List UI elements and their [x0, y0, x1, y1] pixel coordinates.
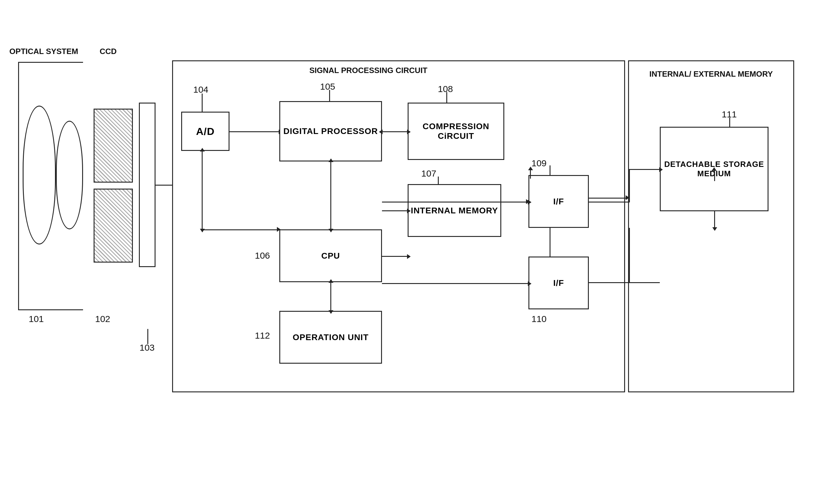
- arrow-storage-down: [714, 211, 715, 228]
- ref-102: 102: [95, 314, 110, 324]
- internal-memory-box: INTERNAL MEMORY: [408, 184, 501, 237]
- arrow-cpu-to-im: [382, 256, 408, 257]
- arrow-ad-to-dp: [229, 131, 279, 132]
- arrow-storage-connect-v: [714, 170, 715, 181]
- internal-external-memory-label: INTERNAL/ EXTERNAL MEMORY: [640, 69, 782, 79]
- arrowhead-up-to-storage: [712, 167, 717, 171]
- lens-left-inner: [56, 121, 83, 229]
- arrow-dp-compression: [382, 131, 408, 132]
- ref-104: 104: [193, 85, 208, 95]
- ref-101: 101: [29, 314, 44, 324]
- arrow-to-storage: [629, 169, 660, 170]
- line-if-bottom-right: [589, 282, 660, 283]
- arrow-dp-to-im: [382, 210, 408, 211]
- ref-105: 105: [320, 82, 335, 92]
- ref-110: 110: [532, 314, 547, 324]
- arrow-cpu-to-if-bottom: [382, 283, 528, 284]
- arrow-dp-cpu-v: [331, 161, 331, 229]
- arrow-ad-cpu-h: [202, 229, 279, 230]
- line-right-ext-v: [629, 228, 630, 282]
- signal-processing-label: SIGNAL PROCESSING CIRCUIT: [232, 66, 504, 75]
- cpu-box: CPU: [279, 229, 382, 282]
- line-iftop-right: [589, 198, 630, 199]
- ref-107: 107: [421, 169, 436, 179]
- digital-processor-box: DIGITAL PROCESSOR: [279, 101, 382, 161]
- if-bottom-box: I/F: [528, 257, 589, 309]
- ref-112: 112: [255, 330, 270, 341]
- ref-103: 103: [140, 343, 154, 353]
- ad-box: A/D: [181, 112, 229, 151]
- ref-106: 106: [255, 250, 270, 261]
- ccd-sensor: [139, 102, 155, 267]
- arrowhead-to-cpu: [277, 227, 281, 232]
- arrow-im-to-iftop: [501, 202, 528, 203]
- ccd-box-bottom: [94, 189, 133, 263]
- ref-109: 109: [532, 158, 547, 169]
- arrow-iftop-to-storage-h: [589, 202, 630, 203]
- ccd-box-top: [94, 109, 133, 183]
- lens-left-outer: [23, 106, 56, 244]
- ref-108: 108: [438, 84, 453, 94]
- ccd-label: CCD: [99, 47, 117, 56]
- line-if-top-to-bottom-v: [550, 228, 550, 257]
- arrow-iftop-up: [530, 170, 531, 179]
- internal-external-memory-box: [628, 60, 794, 392]
- if-top-box: I/F: [528, 175, 589, 228]
- arrow-ad-cpu-v: [202, 151, 203, 229]
- arrow-cpu-op: [331, 282, 331, 311]
- optical-system-label: OPTICAL SYSTEM: [9, 47, 79, 56]
- arrowhead-to-storage: [626, 195, 629, 200]
- diagram: OPTICAL SYSTEM CCD 101 102 103 SIGNAL PR…: [0, 0, 831, 504]
- operation-unit-box: OPERATION UNIT: [279, 311, 382, 364]
- compression-circuit-box: COMPRESSION CiRCUIT: [408, 102, 504, 160]
